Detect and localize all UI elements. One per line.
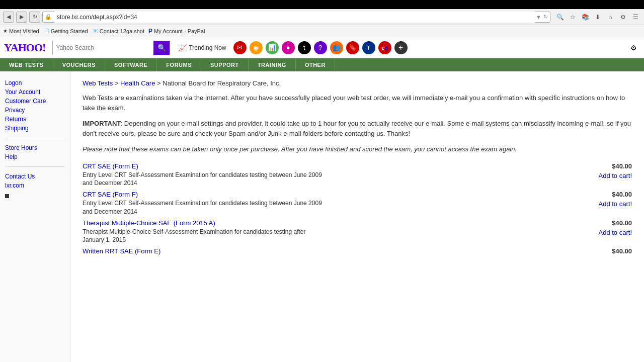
tumblr-icon[interactable]: t (298, 41, 311, 54)
black-bar-top (0, 0, 644, 9)
bookmark-getting-started[interactable]: 📄 Getting Started (43, 28, 88, 34)
sidebar-returns-link[interactable]: Returns (5, 115, 65, 124)
important-label: IMPORTANT: (83, 120, 122, 127)
paypal-icon: P (148, 28, 152, 35)
nav-other[interactable]: Other (296, 58, 335, 71)
yahoo-logo: YAHOO! (4, 41, 45, 54)
product-1-detail: Entry Level CRT Self-Assessment Examinat… (83, 171, 632, 188)
product-2-link[interactable]: CRT SAE (Form F) (83, 191, 138, 198)
download-btn[interactable]: ⬇ (592, 12, 603, 23)
finance-icon[interactable]: 📊 (266, 41, 279, 54)
nav-web-tests[interactable]: Web Tests (0, 58, 53, 71)
nav-forums[interactable]: Forums (157, 58, 201, 71)
bookmark-tool-icon[interactable]: 🔖 (346, 41, 359, 54)
product-2-detail: Entry Level CRT Self-Assessment Examinat… (83, 199, 632, 216)
flickr-icon[interactable]: ● (282, 41, 295, 54)
breadcrumb-current: National Board for Respiratory Care, Inc… (163, 79, 281, 87)
sidebar: Logon Your Account Customer Care Privacy… (0, 71, 70, 362)
breadcrumb: Web Tests > Health Care > National Board… (83, 79, 632, 87)
browser-bar: ◀ ▶ ↻ 🔒 ▼ ↻ 🔍 ☆ 📚 ⬇ ⌂ ⚙ ☰ (0, 9, 644, 25)
mail-icon[interactable]: ✉ (233, 41, 247, 54)
people-icon[interactable]: 👥 (330, 41, 343, 54)
sidebar-black-square (5, 194, 9, 198)
search-btn[interactable]: 🔍 (554, 12, 566, 23)
sidebar-section-account: Logon Your Account Customer Care Privacy… (0, 76, 70, 135)
add-icon[interactable]: + (394, 41, 408, 54)
product-row-4: Written RRT SAE (Form E) $40.00 (83, 247, 632, 255)
products-list: CRT SAE (Form E) $40.00 Entry Level CRT … (83, 162, 632, 255)
trending-now-btn[interactable]: 📈 Trending Now (178, 44, 226, 52)
product-1-desc: Entry Level CRT Self-Assessment Examinat… (83, 171, 324, 188)
nav-bar: Web Tests Vouchers Software Forums Suppo… (0, 58, 644, 71)
content-area: Web Tests > Health Care > National Board… (70, 71, 644, 362)
sidebar-contact-us-link[interactable]: Contact Us (5, 172, 65, 181)
breadcrumb-sep1: > (115, 79, 120, 87)
yahoo-settings-icon[interactable]: ⚙ (627, 41, 640, 54)
product-4-link[interactable]: Written RRT SAE (Form E) (83, 247, 160, 255)
bookmark-star[interactable]: ☆ (567, 12, 578, 23)
yahoo-bar: YAHOO! 🔍 📈 Trending Now ✉ ◉ 📊 ● t ? 👥 🔖 … (0, 37, 644, 58)
product-3-price: $40.00 (602, 219, 632, 227)
address-input[interactable] (54, 12, 536, 23)
menu-btn[interactable]: ☰ (630, 12, 641, 23)
sidebar-shipping-link[interactable]: Shipping (5, 124, 65, 133)
news-icon[interactable]: ◉ (250, 41, 263, 54)
sidebar-privacy-link[interactable]: Privacy (5, 106, 65, 115)
important-body: Depending on your e-mail settings and pr… (83, 120, 631, 137)
product-3-detail: Therapist Multiple-Choice Self-Assessmen… (83, 228, 632, 245)
page-icon: 📄 (43, 28, 49, 34)
yahoo-search-input[interactable] (53, 41, 153, 55)
product-2-add-to-cart[interactable]: Add to cart! (592, 199, 632, 208)
product-1-price: $40.00 (602, 162, 632, 170)
sidebar-help-link[interactable]: Help (5, 152, 65, 161)
refresh-button[interactable]: ↻ (29, 12, 40, 23)
sidebar-your-account-link[interactable]: Your Account (5, 87, 65, 97)
product-1-add-to-cart[interactable]: Add to cart! (592, 171, 632, 179)
breadcrumb-web-tests[interactable]: Web Tests (83, 79, 113, 87)
email-icon: 📧 (92, 28, 98, 34)
product-2-desc: Entry Level CRT Self-Assessment Examinat… (83, 199, 324, 216)
main-layout: Logon Your Account Customer Care Privacy… (0, 71, 644, 362)
product-2-price: $40.00 (602, 191, 632, 198)
product-3-link[interactable]: Therapist Multiple-Choice SAE (Form 2015… (83, 219, 215, 227)
product-1-header: CRT SAE (Form E) $40.00 (83, 162, 632, 170)
bookmark-list[interactable]: 📚 (580, 12, 591, 23)
back-button[interactable]: ◀ (3, 12, 14, 23)
star-icon: ★ (3, 28, 8, 34)
forward-button[interactable]: ▶ (16, 12, 27, 23)
bookmark-contact[interactable]: 📧 Contact 12ga.shot (92, 28, 144, 34)
product-1-link[interactable]: CRT SAE (Form E) (83, 162, 138, 170)
facebook-icon[interactable]: f (362, 41, 375, 54)
important-paragraph: IMPORTANT: Depending on your e-mail sett… (83, 119, 632, 138)
ebay-icon[interactable]: eb (378, 41, 391, 54)
nav-support[interactable]: Support (201, 58, 249, 71)
sidebar-lxr-link[interactable]: lxr.com (5, 181, 65, 190)
home-btn[interactable]: ⌂ (605, 12, 616, 23)
sidebar-customer-care-link[interactable]: Customer Care (5, 97, 65, 106)
bookmark-most-visited[interactable]: ★ Most Visited (3, 28, 39, 34)
nav-vouchers[interactable]: Vouchers (53, 58, 105, 71)
browser-icons: 🔍 ☆ 📚 ⬇ ⌂ ⚙ ☰ (554, 12, 641, 23)
nav-training[interactable]: Training (249, 58, 296, 71)
sidebar-logon-link[interactable]: Logon (5, 78, 65, 87)
bookmark-paypal[interactable]: P My Account - PayPal (148, 28, 205, 35)
product-3-header: Therapist Multiple-Choice SAE (Form 2015… (83, 219, 632, 227)
bookmarks-bar: ★ Most Visited 📄 Getting Started 📧 Conta… (0, 25, 644, 37)
yahoo-search-button[interactable]: 🔍 (153, 41, 170, 55)
breadcrumb-health-care[interactable]: Health Care (120, 79, 155, 87)
breadcrumb-sep2: > (157, 79, 163, 87)
product-3-desc: Therapist Multiple-Choice Self-Assessmen… (83, 228, 324, 245)
italic-note: Please note that these exams can be take… (83, 144, 632, 154)
sidebar-store-hours-link[interactable]: Store Hours (5, 143, 65, 152)
product-row-1: CRT SAE (Form E) $40.00 Entry Level CRT … (83, 162, 632, 188)
sidebar-section-contact: Contact Us lxr.com (0, 170, 70, 192)
trending-icon: 📈 (178, 44, 187, 52)
product-3-add-to-cart[interactable]: Add to cart! (592, 228, 632, 236)
product-4-header: Written RRT SAE (Form E) $40.00 (83, 247, 632, 255)
answers-icon[interactable]: ? (314, 41, 327, 54)
sidebar-section-store: Store Hours Help (0, 141, 70, 163)
tools-btn[interactable]: ⚙ (617, 12, 628, 23)
yahoo-search-box: 🔍 (52, 41, 170, 55)
yahoo-tools: ✉ ◉ 📊 ● t ? 👥 🔖 f eb + (233, 41, 408, 54)
nav-software[interactable]: Software (105, 58, 157, 71)
